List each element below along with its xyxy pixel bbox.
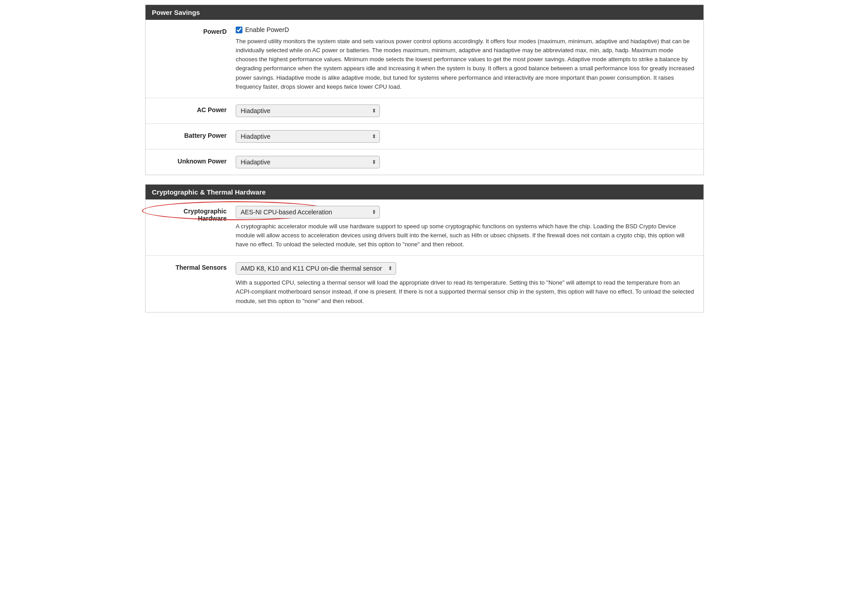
power-savings-header: Power Savings [146,5,703,20]
unknown-power-select[interactable]: Hiadaptive Maximum Minimum Adaptive [236,156,380,168]
page-wrapper: Power Savings PowerD Enable PowerD The p… [141,5,708,313]
unknown-power-label: Unknown Power [155,156,236,165]
powerd-description: The powerd utility monitors the system s… [236,37,694,91]
thermal-sensors-label: Thermal Sensors [155,262,236,271]
unknown-power-select-wrapper: Hiadaptive Maximum Minimum Adaptive ⬍ [236,156,380,168]
crypto-hardware-row: CryptographicHardware AES-NI CPU-based A… [146,199,703,256]
thermal-sensors-row: Thermal Sensors AMD K8, K10 and K11 CPU … [146,256,703,312]
thermal-sensors-description: With a supported CPU, selecting a therma… [236,278,694,305]
crypto-hardware-description: A cryptographic accelerator module will … [236,222,694,249]
ac-power-select[interactable]: Hiadaptive Maximum Minimum Adaptive [236,104,380,117]
powerd-row: PowerD Enable PowerD The powerd utility … [146,20,703,98]
crypto-hardware-content: AES-NI CPU-based Acceleration None BSD C… [236,206,694,249]
battery-power-select-wrapper: Hiadaptive Maximum Minimum Adaptive ⬍ [236,130,380,143]
powerd-checkbox[interactable] [236,27,242,33]
crypto-hardware-select-wrapper-container: AES-NI CPU-based Acceleration None BSD C… [236,206,694,218]
powerd-checkbox-label: Enable PowerD [245,26,289,33]
crypto-thermal-section: Cryptographic & Thermal Hardware Cryptog… [145,184,704,313]
crypto-thermal-title: Cryptographic & Thermal Hardware [152,188,266,196]
thermal-sensors-select-wrapper-container: AMD K8, K10 and K11 CPU on-die thermal s… [236,262,694,275]
power-savings-section: Power Savings PowerD Enable PowerD The p… [145,5,704,175]
ac-power-content: Hiadaptive Maximum Minimum Adaptive ⬍ [236,104,694,117]
thermal-sensors-select-wrapper: AMD K8, K10 and K11 CPU on-die thermal s… [236,262,396,275]
thermal-sensors-select[interactable]: AMD K8, K10 and K11 CPU on-die thermal s… [236,262,396,275]
crypto-hardware-label: CryptographicHardware [155,206,236,222]
crypto-hardware-select-wrapper: AES-NI CPU-based Acceleration None BSD C… [236,206,380,218]
powerd-content: Enable PowerD The powerd utility monitor… [236,26,694,91]
ac-power-row: AC Power Hiadaptive Maximum Minimum Adap… [146,98,703,124]
battery-power-content: Hiadaptive Maximum Minimum Adaptive ⬍ [236,130,694,143]
powerd-checkbox-row: Enable PowerD [236,26,694,33]
power-savings-title: Power Savings [152,9,200,16]
unknown-power-content: Hiadaptive Maximum Minimum Adaptive ⬍ [236,156,694,168]
ac-power-label: AC Power [155,104,236,113]
powerd-label: PowerD [155,26,236,35]
crypto-thermal-header: Cryptographic & Thermal Hardware [146,185,703,199]
thermal-sensors-content: AMD K8, K10 and K11 CPU on-die thermal s… [236,262,694,305]
battery-power-row: Battery Power Hiadaptive Maximum Minimum… [146,124,703,149]
ac-power-select-wrapper: Hiadaptive Maximum Minimum Adaptive ⬍ [236,104,380,117]
battery-power-select[interactable]: Hiadaptive Maximum Minimum Adaptive [236,130,380,143]
battery-power-label: Battery Power [155,130,236,139]
crypto-hardware-select[interactable]: AES-NI CPU-based Acceleration None BSD C… [236,206,380,218]
unknown-power-row: Unknown Power Hiadaptive Maximum Minimum… [146,149,703,175]
